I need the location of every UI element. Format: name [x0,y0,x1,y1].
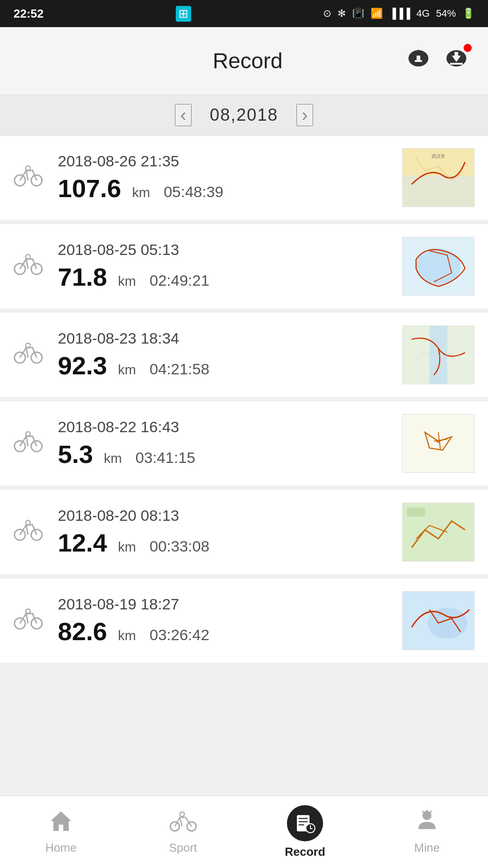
record-duration: 03:26:42 [150,626,209,644]
svg-text:武汉市: 武汉市 [432,154,445,159]
record-duration: 02:49:21 [150,272,209,289]
month-navigator: ‹ 08,2018 › [0,95,488,136]
nav-item-record[interactable]: Record [244,805,366,859]
cycling-icon [14,340,45,370]
status-time: 22:52 [14,7,44,21]
record-date: 2018-08-22 16:43 [58,418,402,436]
record-distance: 92.3 [58,351,107,380]
svg-rect-27 [403,415,474,472]
record-info: 2018-08-25 05:13 71.8 km 02:49:21 [58,241,402,292]
prev-month-button[interactable]: ‹ [175,104,192,126]
record-stats: 12.4 km 00:33:08 [58,528,402,557]
bluetooth-icon: ✻ [338,8,346,19]
nav-label-home: Home [45,841,76,855]
record-item[interactable]: 2018-08-26 21:35 107.6 km 05:48:39 武汉市 [0,136,488,224]
record-info: 2018-08-26 21:35 107.6 km 05:48:39 [58,152,402,203]
next-month-button[interactable]: › [296,104,313,126]
record-duration: 03:41:15 [136,449,195,467]
record-distance: 71.8 [58,262,107,292]
record-unit: km [132,185,150,200]
record-unit: km [104,451,122,466]
upload-button[interactable] [405,46,432,76]
record-info: 2018-08-20 08:13 12.4 km 00:33:08 [58,507,402,557]
svg-point-50 [422,811,432,820]
notification-dot [464,44,472,52]
header-actions [405,46,470,76]
location-icon: ⊙ [323,8,331,19]
battery-icon: 🔋 [462,8,474,19]
records-list: 2018-08-26 21:35 107.6 km 05:48:39 武汉市 [0,136,488,667]
svg-point-30 [436,439,440,443]
network-type: 4G [417,8,430,19]
record-date: 2018-08-26 21:35 [58,152,402,170]
status-bar: 22:52 ⊞ ⊙ ✻ 📳 📶 ▐▐▐ 4G 54% 🔋 [0,0,488,27]
sport-icon [169,809,198,837]
current-month: 08,2018 [210,105,278,125]
record-icon [287,805,323,841]
nav-label-record: Record [285,845,325,859]
record-stats: 82.6 km 03:26:42 [58,617,402,646]
bottom-navigation: Home Sport Record [0,796,488,868]
record-duration: 05:48:39 [164,183,223,201]
svg-rect-3 [415,60,422,62]
record-unit: km [118,362,136,377]
app-icon: ⊞ [176,6,191,22]
record-map-thumbnail [402,414,474,473]
record-date: 2018-08-19 18:27 [58,595,402,613]
record-stats: 107.6 km 05:48:39 [58,174,402,203]
record-date: 2018-08-25 05:13 [58,241,402,259]
record-item[interactable]: 2018-08-25 05:13 71.8 km 02:49:21 [0,224,488,313]
nav-label-sport: Sport [169,841,197,855]
record-item[interactable]: 2018-08-19 18:27 82.6 km 03:26:42 [0,579,488,667]
record-distance: 5.3 [58,439,93,469]
vibrate-icon: 📳 [352,8,364,19]
page-title: Record [90,48,405,73]
record-item[interactable]: 2018-08-23 18:34 92.3 km 04:21:58 [0,313,488,401]
cycling-icon [14,605,45,636]
mine-icon [415,809,439,837]
record-unit: km [118,539,136,555]
record-date: 2018-08-23 18:34 [58,330,402,347]
cycling-icon [14,251,45,282]
record-map-thumbnail [402,237,474,296]
svg-rect-12 [403,175,474,207]
svg-rect-47 [299,821,308,822]
record-stats: 71.8 km 02:49:21 [58,262,402,292]
svg-marker-41 [51,811,71,831]
record-date: 2018-08-20 08:13 [58,507,402,524]
record-duration: 00:33:08 [150,538,209,555]
download-button[interactable] [443,46,470,76]
status-icons: ⊙ ✻ 📳 📶 ▐▐▐ 4G 54% 🔋 [323,8,474,19]
wifi-icon: 📶 [371,8,383,19]
record-item[interactable]: 2018-08-20 08:13 12.4 km 00:33:08 [0,490,488,579]
record-map-thumbnail [402,503,474,561]
record-stats: 5.3 km 03:41:15 [58,439,402,469]
battery-percent: 54% [436,8,456,19]
record-distance: 12.4 [58,528,107,557]
cycling-icon [14,517,45,547]
nav-item-mine[interactable]: Mine [366,809,488,855]
cycling-icon [14,428,45,459]
nav-item-sport[interactable]: Sport [122,809,244,855]
record-duration: 04:21:58 [150,360,209,378]
svg-rect-48 [299,824,304,826]
record-distance: 107.6 [58,174,121,203]
header: Record [0,27,488,95]
cycling-icon [14,162,45,193]
record-map-thumbnail [402,591,474,650]
record-map-thumbnail: 武汉市 [402,148,474,207]
svg-point-44 [180,812,184,816]
nav-item-home[interactable]: Home [0,809,122,855]
nav-label-mine: Mine [414,841,440,855]
record-distance: 82.6 [58,617,107,646]
record-unit: km [118,628,136,643]
record-stats: 92.3 km 04:21:58 [58,351,402,380]
record-info: 2018-08-22 16:43 5.3 km 03:41:15 [58,418,402,469]
signal-icon: ▐▐▐ [389,8,410,19]
svg-rect-46 [299,818,308,819]
svg-rect-35 [407,508,425,517]
record-item[interactable]: 2018-08-22 16:43 5.3 km 03:41:15 [0,401,488,490]
record-map-thumbnail [402,326,474,384]
home-icon [49,809,73,837]
record-info: 2018-08-23 18:34 92.3 km 04:21:58 [58,330,402,380]
